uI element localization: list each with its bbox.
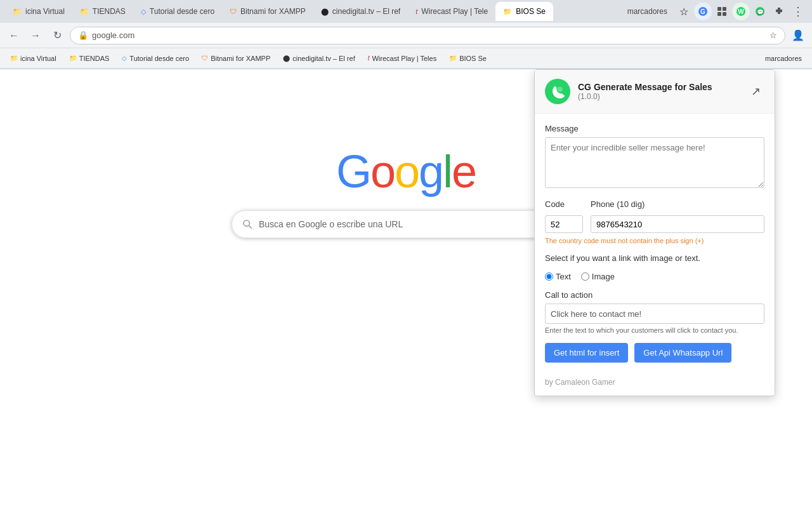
popup-footer: by Camaleon Gamer	[535, 373, 775, 396]
ext-icon-2[interactable]	[713, 3, 731, 20]
bookmark-1[interactable]: 📁 icina Virtual	[5, 53, 62, 64]
logo-g: G	[336, 146, 370, 197]
popup-body: Message Code Phone (10 dig) The country …	[535, 114, 775, 373]
tab-7[interactable]: 📁 BIOS Se	[495, 2, 553, 21]
tab-2-label: TIENDAS	[93, 7, 126, 16]
bookmark-bios-favicon: 📁	[449, 55, 457, 62]
tab-3-label: Tutorial desde cero	[150, 7, 214, 16]
svg-line-11	[249, 225, 252, 229]
bookmark-marcadores[interactable]: marcadores	[760, 53, 807, 64]
address-bar[interactable]: 🔒 google.com ☆	[70, 27, 785, 44]
bookmark-cinedigital-favicon: ⬤	[283, 55, 290, 62]
svg-text:💬: 💬	[757, 8, 764, 16]
radio-options-row: Text Image	[545, 272, 764, 281]
cta-hint: Enter the text to which your customers w…	[545, 326, 764, 334]
tab-more[interactable]: marcadores	[620, 2, 675, 21]
bookmark-tutorial-favicon: ◇	[122, 55, 127, 62]
star-icon[interactable]: ☆	[675, 3, 693, 20]
popup-open-button[interactable]: ↗	[747, 83, 764, 100]
code-warning: The country code must not contain the pl…	[545, 237, 764, 244]
cta-input[interactable]	[545, 304, 764, 324]
popup-title-block: CG Generate Message for Sales (1.0.0)	[578, 82, 739, 101]
radio-row: Select if you want a link with image or …	[545, 253, 764, 263]
tab-1-label: icina Virtual	[25, 7, 65, 16]
google-search-center: Google Busca en Google o escribe una URL	[232, 145, 580, 238]
search-placeholder: Busca en Google o escribe una URL	[259, 219, 548, 229]
tab-6[interactable]: t Wirecast Play | Tele	[408, 2, 495, 21]
code-group: Code	[545, 199, 583, 233]
radio-image-option[interactable]: Image	[581, 272, 615, 281]
action-buttons-row: Get html for insert Get Api Whatsapp Url	[545, 343, 764, 363]
code-label: Code	[545, 199, 583, 209]
cta-label: Call to action	[545, 290, 764, 300]
logo-g2: g	[419, 146, 443, 197]
radio-text-input[interactable]	[545, 272, 553, 281]
svg-point-15	[558, 87, 563, 92]
code-phone-row: Code Phone (10 dig)	[545, 199, 764, 233]
ext-icon-1[interactable]: G	[694, 3, 712, 20]
logo-o2: o	[395, 146, 419, 197]
bookmark-wirecast[interactable]: t Wirecast Play | Teles	[363, 53, 442, 64]
tab-5[interactable]: ⬤ cinedigital.tv – El ref	[313, 2, 408, 21]
bookmark-tutorial[interactable]: ◇ Tutorial desde cero	[117, 53, 194, 64]
bookmark-bitnami-favicon: 🛡	[202, 55, 208, 62]
svg-rect-2	[717, 7, 721, 11]
tab-1-favicon: 📁	[13, 8, 22, 16]
bookmark-cinedigital[interactable]: ⬤ cinedigital.tv – El ref	[278, 53, 360, 64]
tab-4-label: Bitnami for XAMPP	[240, 7, 306, 16]
tab-4[interactable]: 🛡 Bitnami for XAMPP	[222, 2, 313, 21]
radio-text-label: Text	[556, 272, 571, 281]
bookmark-bitnami[interactable]: 🛡 Bitnami for XAMPP	[197, 53, 275, 64]
extension-popup: CG Generate Message for Sales (1.0.0) ↗ …	[534, 69, 775, 396]
code-input[interactable]	[545, 215, 583, 233]
bookmark-bios[interactable]: 📁 BIOS Se	[444, 53, 492, 64]
forward-button[interactable]: →	[27, 27, 44, 44]
tab-7-label: BIOS Se	[516, 7, 546, 16]
tab-2-favicon: 📁	[80, 8, 89, 16]
menu-icon[interactable]: ⋮	[789, 3, 807, 20]
popup-title: CG Generate Message for Sales	[578, 82, 739, 92]
message-label: Message	[545, 124, 764, 133]
tab-3-favicon: ◇	[141, 8, 146, 16]
ext-icon-whatsapp[interactable]: W	[732, 3, 750, 20]
tab-3[interactable]: ◇ Tutorial desde cero	[133, 2, 222, 21]
back-button[interactable]: ←	[5, 27, 23, 44]
phone-input[interactable]	[591, 215, 764, 233]
footer-text: by Camaleon Gamer	[545, 378, 615, 387]
address-text[interactable]: google.com	[92, 30, 766, 40]
get-html-button[interactable]: Get html for insert	[545, 343, 628, 363]
bookmark-tiendas-favicon: 📁	[69, 55, 77, 62]
bookmarks-bar: 📁 icina Virtual 📁 TIENDAS ◇ Tutorial des…	[0, 48, 812, 69]
tab-bar: 📁 icina Virtual 📁 TIENDAS ◇ Tutorial des…	[0, 0, 812, 23]
popup-version: (1.0.0)	[578, 92, 739, 101]
svg-text:W: W	[738, 8, 744, 15]
bookmark-wirecast-label: Wirecast Play | Teles	[372, 55, 436, 62]
bookmark-bitnami-label: Bitnami for XAMPP	[211, 55, 270, 62]
tab-1[interactable]: 📁 icina Virtual	[5, 2, 72, 21]
page-content: Google Busca en Google o escribe una URL	[0, 69, 812, 508]
refresh-button[interactable]: ↻	[48, 27, 66, 44]
message-textarea[interactable]	[545, 137, 764, 188]
bookmark-star-icon[interactable]: ☆	[769, 30, 777, 40]
tab-2[interactable]: 📁 TIENDAS	[72, 2, 133, 21]
radio-text-option[interactable]: Text	[545, 272, 571, 281]
bookmark-wirecast-favicon: t	[368, 55, 370, 62]
tab-more-label: marcadores	[627, 7, 667, 16]
search-bar[interactable]: Busca en Google o escribe una URL	[232, 210, 580, 238]
ext-icon-wa2[interactable]: 💬	[751, 3, 769, 20]
ext-icon-puzzle[interactable]	[770, 3, 788, 20]
extension-icon	[545, 79, 570, 104]
logo-o1: o	[370, 146, 395, 197]
tab-6-label: Wirecast Play | Tele	[421, 7, 488, 16]
user-icon[interactable]: 👤	[789, 27, 807, 44]
tab-5-label: cinedigital.tv – El ref	[332, 7, 400, 16]
bookmark-tiendas-label: TIENDAS	[79, 55, 110, 62]
tab-4-favicon: 🛡	[230, 8, 237, 15]
logo-e: e	[452, 146, 476, 197]
radio-image-input[interactable]	[581, 272, 589, 281]
bookmark-tiendas[interactable]: 📁 TIENDAS	[64, 53, 115, 64]
get-api-button[interactable]: Get Api Whatsapp Url	[634, 343, 731, 363]
popup-header: CG Generate Message for Sales (1.0.0) ↗	[535, 70, 775, 114]
lock-icon: 🔒	[78, 30, 88, 40]
toolbar-icons-top: ☆ G W 💬 ⋮	[675, 3, 807, 20]
